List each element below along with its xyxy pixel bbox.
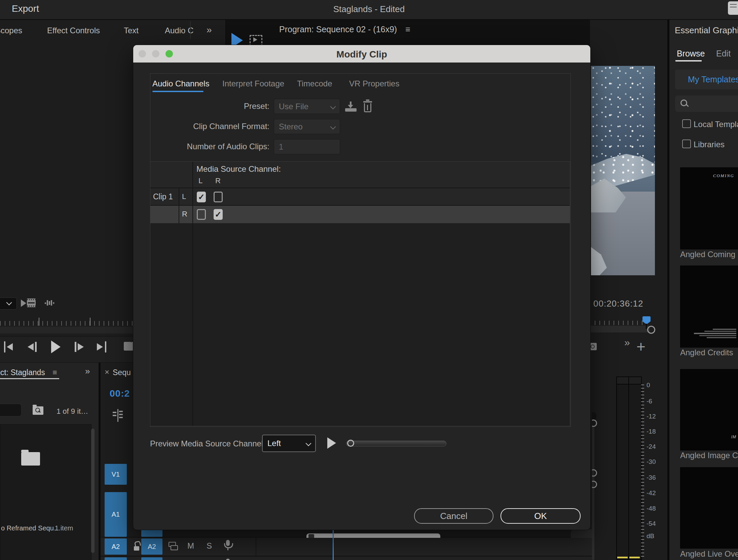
lock-icon[interactable] <box>134 541 141 551</box>
template-thumbnail[interactable] <box>680 266 738 348</box>
panel-menu-icon[interactable]: ≡ <box>52 368 57 377</box>
play-proxy-icon[interactable] <box>21 299 26 307</box>
tab-edit[interactable]: Edit <box>716 49 731 58</box>
template-thumbnail[interactable]: COMING <box>680 167 738 249</box>
search-icon <box>680 99 689 108</box>
waveform-icon[interactable] <box>44 300 54 306</box>
chevron-down-icon <box>6 300 12 306</box>
search-input[interactable] <box>675 95 738 112</box>
timeline-timecode[interactable]: 00:2 <box>110 388 130 399</box>
tab-timecode[interactable]: Timecode <box>297 79 332 88</box>
credits-text-block <box>693 328 736 339</box>
track-badge-a2-source[interactable]: A2 <box>105 538 127 555</box>
track-sync-icon[interactable] <box>169 542 177 551</box>
solo-button[interactable]: S <box>207 541 212 551</box>
bin-scrollbar[interactable] <box>91 429 95 553</box>
tab-audio-channels[interactable]: Audio Channels <box>152 79 209 88</box>
checkbox-l-l[interactable]: ✓ <box>197 192 206 202</box>
tab-audio-clip[interactable]: Audio C <box>165 26 193 35</box>
checkbox-r-l[interactable] <box>197 209 206 220</box>
program-scroll-strip[interactable] <box>590 326 650 332</box>
table-row[interactable]: Clip 1 L ✓ <box>150 188 570 206</box>
active-tab-underline <box>152 91 204 92</box>
project-tab-underline <box>0 378 59 379</box>
track-badge-a3-select[interactable]: A3 <box>141 557 162 560</box>
play-button[interactable] <box>51 341 61 353</box>
track-badge-v1[interactable]: V1 <box>105 464 127 485</box>
step-back-button[interactable] <box>28 341 38 353</box>
local-templates-checkbox[interactable] <box>682 119 691 128</box>
zoom-handle-icon[interactable] <box>647 326 655 334</box>
save-preset-icon[interactable] <box>345 102 357 112</box>
meter-peak-right <box>629 557 640 558</box>
dialog-titlebar[interactable]: Modify Clip <box>133 45 590 63</box>
track-badge-a1-select[interactable] <box>141 529 162 537</box>
program-timecode[interactable]: 00:20:36:12 <box>593 298 643 309</box>
tab-browse[interactable]: Browse <box>677 49 705 58</box>
checkbox-r-r[interactable]: ✓ <box>214 209 223 220</box>
panel-title[interactable]: Essential Graphics <box>675 25 738 36</box>
template-label[interactable]: Angled Image Capt <box>680 451 738 460</box>
template-label[interactable]: Angled Coming Up <box>680 250 738 259</box>
add-button[interactable]: + <box>636 337 645 356</box>
preview-channel-dropdown[interactable]: Left <box>262 435 316 452</box>
preview-volume-slider[interactable] <box>346 441 446 446</box>
template-label[interactable]: Angled Live Overla <box>680 549 738 559</box>
goto-in-button[interactable] <box>4 341 14 353</box>
timeline-tab-close-icon[interactable]: × <box>105 367 109 377</box>
number-of-audio-clips-input[interactable]: 1 <box>274 139 340 154</box>
zoom-level-dropdown[interactable] <box>0 297 17 310</box>
timeline-playhead[interactable] <box>333 529 334 560</box>
meter-peak-left <box>617 557 628 558</box>
panel-overflow-icon[interactable]: » <box>85 366 90 376</box>
tab-overflow-icon[interactable]: » <box>207 25 212 35</box>
track-badge-a2-select[interactable]: A2 <box>141 538 162 555</box>
tab-interpret-footage[interactable]: Interpret Footage <box>222 79 284 88</box>
goto-out-button[interactable] <box>97 341 108 353</box>
timeline-tab[interactable]: Sequ <box>113 368 131 377</box>
track-badge-a3-source[interactable]: A3 <box>105 557 127 560</box>
row-channel-label: L <box>182 192 186 201</box>
ok-button[interactable]: OK <box>501 508 581 524</box>
project-item-count: 1 of 9 it… <box>57 407 88 416</box>
project-tab[interactable]: ect: Staglands ≡ <box>0 368 57 377</box>
step-forward-button[interactable] <box>75 341 85 353</box>
my-templates-dropdown[interactable]: My Templates <box>675 70 738 89</box>
preset-dropdown[interactable]: Use File <box>274 99 340 114</box>
folder-search-icon[interactable] <box>33 406 43 415</box>
preview-play-button[interactable] <box>327 437 336 449</box>
workspace-icon[interactable] <box>728 1 738 15</box>
project-search-input[interactable] <box>0 404 22 416</box>
template-label[interactable]: Angled Credits <box>680 348 738 357</box>
slider-knob[interactable] <box>347 440 354 447</box>
template-thumbnail[interactable]: IM <box>680 369 738 450</box>
export-frame-button[interactable] <box>124 342 133 351</box>
bin-name[interactable]: o Reframed Sequ… <box>1 524 61 532</box>
template-caption: COMING <box>713 173 734 178</box>
tab-scopes[interactable]: Scopes <box>0 26 22 35</box>
program-tab[interactable]: Program: Sequence 02 - (16x9) ≡ <box>279 25 410 34</box>
tab-vr-properties[interactable]: VR Properties <box>349 79 399 88</box>
clip-channel-format-dropdown[interactable]: Stereo <box>274 119 340 134</box>
folder-icon[interactable] <box>21 452 40 466</box>
template-thumbnail[interactable] <box>680 467 738 549</box>
program-time-ruler[interactable] <box>590 321 643 325</box>
tab-effect-controls[interactable]: Effect Controls <box>47 26 100 35</box>
cancel-button[interactable]: Cancel <box>414 508 493 524</box>
panel-menu-icon[interactable]: ≡ <box>405 25 410 34</box>
table-row-selected[interactable]: R ✓ <box>150 205 570 224</box>
mute-button[interactable]: M <box>187 541 194 551</box>
program-overflow-icon[interactable]: » <box>624 337 630 348</box>
voiceover-mic-icon[interactable] <box>224 559 231 560</box>
track-badge-a1[interactable]: A1 <box>105 492 127 537</box>
tab-text[interactable]: Text <box>124 26 139 35</box>
project-bin-area[interactable]: o Reframed Sequ… 1 item <box>0 424 91 560</box>
filmstrip-icon[interactable] <box>27 298 36 307</box>
checkbox-l-r[interactable] <box>214 192 223 202</box>
libraries-checkbox[interactable] <box>682 139 691 148</box>
timeline-settings-icon[interactable] <box>113 409 123 422</box>
local-templates-label: Local Templates <box>694 120 738 129</box>
voiceover-mic-icon[interactable] <box>224 540 231 553</box>
delete-preset-icon[interactable] <box>363 99 372 112</box>
tab-divider <box>190 21 191 39</box>
